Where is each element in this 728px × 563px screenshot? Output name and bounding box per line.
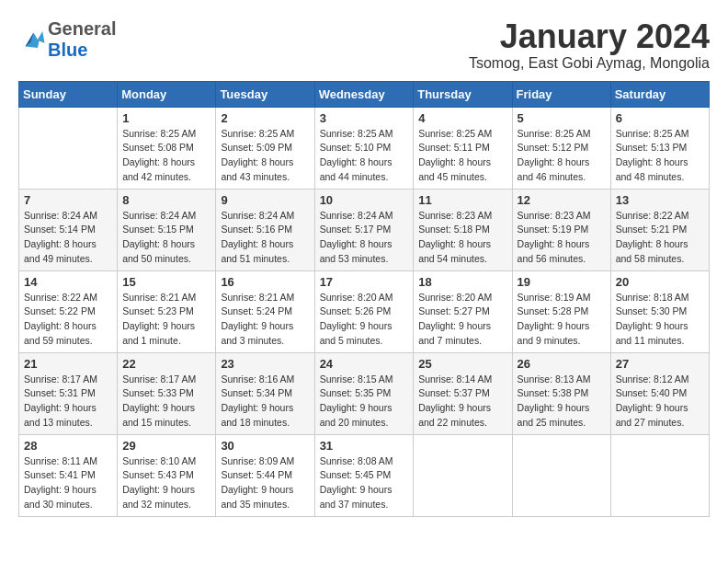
day-number: 27 [616,357,704,371]
weekday-header-friday: Friday [512,81,610,107]
weekday-header-wednesday: Wednesday [314,81,414,107]
calendar-cell: 16Sunrise: 8:21 AMSunset: 5:24 PMDayligh… [216,270,314,352]
calendar-cell: 21Sunrise: 8:17 AMSunset: 5:31 PMDayligh… [19,352,118,434]
calendar-cell: 10Sunrise: 8:24 AMSunset: 5:17 PMDayligh… [314,189,414,270]
weekday-header-tuesday: Tuesday [216,81,314,107]
day-info: Sunrise: 8:25 AMSunset: 5:10 PMDaylight:… [320,127,409,185]
day-number: 20 [616,275,704,289]
day-info: Sunrise: 8:20 AMSunset: 5:26 PMDaylight:… [320,291,409,349]
weekday-header-thursday: Thursday [414,81,512,107]
logo-name: General Blue [48,18,116,61]
calendar-cell: 26Sunrise: 8:13 AMSunset: 5:38 PMDayligh… [512,352,610,434]
page-header: General Blue January 2024 Tsomog, East G… [18,18,710,72]
day-number: 2 [221,111,309,125]
day-number: 15 [122,275,210,289]
calendar-cell: 2Sunrise: 8:25 AMSunset: 5:09 PMDaylight… [216,107,314,189]
calendar-cell: 11Sunrise: 8:23 AMSunset: 5:18 PMDayligh… [414,189,512,270]
weekday-header-monday: Monday [118,81,216,107]
calendar-table: SundayMondayTuesdayWednesdayThursdayFrid… [18,81,710,517]
calendar-cell: 5Sunrise: 8:25 AMSunset: 5:12 PMDaylight… [512,107,610,189]
day-info: Sunrise: 8:25 AMSunset: 5:09 PMDaylight:… [221,127,309,185]
day-info: Sunrise: 8:17 AMSunset: 5:33 PMDaylight:… [122,373,210,431]
day-info: Sunrise: 8:10 AMSunset: 5:43 PMDaylight:… [122,454,210,512]
weekday-header-sunday: Sunday [19,81,118,107]
day-info: Sunrise: 8:09 AMSunset: 5:44 PMDaylight:… [221,454,309,512]
day-number: 25 [418,357,506,371]
calendar-cell: 24Sunrise: 8:15 AMSunset: 5:35 PMDayligh… [314,352,414,434]
weekday-header-saturday: Saturday [610,81,709,107]
day-info: Sunrise: 8:18 AMSunset: 5:30 PMDaylight:… [616,291,704,349]
day-number: 18 [418,275,506,289]
calendar-cell: 9Sunrise: 8:24 AMSunset: 5:16 PMDaylight… [216,189,314,270]
day-info: Sunrise: 8:15 AMSunset: 5:35 PMDaylight:… [320,373,409,431]
calendar-cell [414,434,512,516]
day-number: 13 [616,193,704,207]
day-info: Sunrise: 8:21 AMSunset: 5:24 PMDaylight:… [221,291,309,349]
calendar-cell: 25Sunrise: 8:14 AMSunset: 5:37 PMDayligh… [414,352,512,434]
day-number: 10 [320,193,409,207]
calendar-week-row: 28Sunrise: 8:11 AMSunset: 5:41 PMDayligh… [19,434,710,516]
day-number: 11 [418,193,506,207]
month-year-title: January 2024 [469,18,710,55]
calendar-cell: 8Sunrise: 8:24 AMSunset: 5:15 PMDaylight… [118,189,216,270]
calendar-week-row: 7Sunrise: 8:24 AMSunset: 5:14 PMDaylight… [19,189,710,270]
day-number: 31 [320,439,409,453]
calendar-week-row: 1Sunrise: 8:25 AMSunset: 5:08 PMDaylight… [19,107,710,189]
calendar-cell [512,434,610,516]
day-info: Sunrise: 8:25 AMSunset: 5:12 PMDaylight:… [518,127,606,185]
day-info: Sunrise: 8:17 AMSunset: 5:31 PMDaylight:… [24,373,112,431]
calendar-cell: 29Sunrise: 8:10 AMSunset: 5:43 PMDayligh… [118,434,216,516]
day-info: Sunrise: 8:11 AMSunset: 5:41 PMDaylight:… [24,454,112,512]
calendar-cell [19,107,118,189]
day-number: 21 [24,357,112,371]
day-number: 6 [616,111,704,125]
title-section: January 2024 Tsomog, East Gobi Aymag, Mo… [469,18,710,72]
calendar-week-row: 21Sunrise: 8:17 AMSunset: 5:31 PMDayligh… [19,352,710,434]
day-info: Sunrise: 8:08 AMSunset: 5:45 PMDaylight:… [320,454,409,512]
day-number: 26 [518,357,606,371]
calendar-cell: 22Sunrise: 8:17 AMSunset: 5:33 PMDayligh… [118,352,216,434]
day-info: Sunrise: 8:23 AMSunset: 5:19 PMDaylight:… [518,209,606,267]
day-info: Sunrise: 8:19 AMSunset: 5:28 PMDaylight:… [518,291,606,349]
day-number: 1 [122,111,210,125]
day-number: 8 [122,193,210,207]
day-number: 5 [518,111,606,125]
location-subtitle: Tsomog, East Gobi Aymag, Mongolia [469,55,710,72]
calendar-cell: 23Sunrise: 8:16 AMSunset: 5:34 PMDayligh… [216,352,314,434]
logo-blue: Blue [48,40,116,61]
day-info: Sunrise: 8:23 AMSunset: 5:18 PMDaylight:… [418,209,506,267]
day-info: Sunrise: 8:25 AMSunset: 5:13 PMDaylight:… [616,127,704,185]
calendar-cell: 18Sunrise: 8:20 AMSunset: 5:27 PMDayligh… [414,270,512,352]
day-info: Sunrise: 8:21 AMSunset: 5:23 PMDaylight:… [122,291,210,349]
day-number: 19 [518,275,606,289]
day-number: 17 [320,275,409,289]
calendar-cell: 30Sunrise: 8:09 AMSunset: 5:44 PMDayligh… [216,434,314,516]
calendar-week-row: 14Sunrise: 8:22 AMSunset: 5:22 PMDayligh… [19,270,710,352]
day-number: 3 [320,111,409,125]
svg-marker-0 [26,31,45,48]
day-number: 29 [122,439,210,453]
day-info: Sunrise: 8:22 AMSunset: 5:22 PMDaylight:… [24,291,112,349]
logo-general: General [48,18,116,40]
logo-bird-icon [18,26,46,53]
day-info: Sunrise: 8:24 AMSunset: 5:15 PMDaylight:… [122,209,210,267]
calendar-cell: 27Sunrise: 8:12 AMSunset: 5:40 PMDayligh… [610,352,709,434]
calendar-cell: 1Sunrise: 8:25 AMSunset: 5:08 PMDaylight… [118,107,216,189]
day-info: Sunrise: 8:16 AMSunset: 5:34 PMDaylight:… [221,373,309,431]
day-number: 14 [24,275,112,289]
day-info: Sunrise: 8:24 AMSunset: 5:17 PMDaylight:… [320,209,409,267]
calendar-cell: 6Sunrise: 8:25 AMSunset: 5:13 PMDaylight… [610,107,709,189]
day-number: 16 [221,275,309,289]
calendar-cell: 15Sunrise: 8:21 AMSunset: 5:23 PMDayligh… [118,270,216,352]
day-info: Sunrise: 8:20 AMSunset: 5:27 PMDaylight:… [418,291,506,349]
calendar-cell: 13Sunrise: 8:22 AMSunset: 5:21 PMDayligh… [610,189,709,270]
day-info: Sunrise: 8:14 AMSunset: 5:37 PMDaylight:… [418,373,506,431]
day-info: Sunrise: 8:12 AMSunset: 5:40 PMDaylight:… [616,373,704,431]
calendar-cell: 17Sunrise: 8:20 AMSunset: 5:26 PMDayligh… [314,270,414,352]
calendar-cell: 20Sunrise: 8:18 AMSunset: 5:30 PMDayligh… [610,270,709,352]
day-number: 12 [518,193,606,207]
day-number: 4 [418,111,506,125]
calendar-cell: 12Sunrise: 8:23 AMSunset: 5:19 PMDayligh… [512,189,610,270]
day-number: 30 [221,439,309,453]
day-info: Sunrise: 8:24 AMSunset: 5:16 PMDaylight:… [221,209,309,267]
